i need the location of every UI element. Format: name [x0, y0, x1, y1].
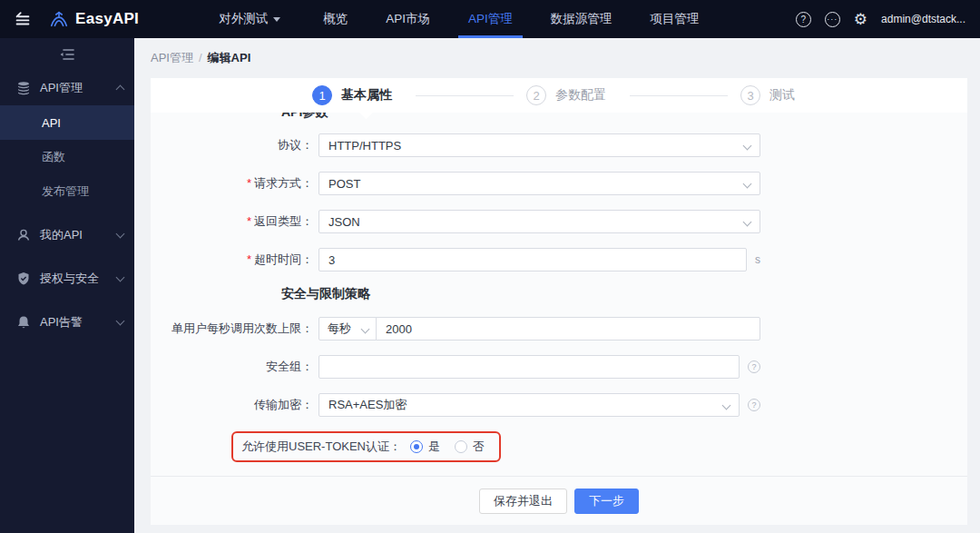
- section-title-api-params: API参数: [281, 113, 967, 121]
- step-parameter-config: 2 参数配置: [526, 85, 617, 105]
- navbar-right: ? ··· ⚙ admin@dtstack...: [796, 0, 980, 38]
- app-logo[interactable]: EasyAPI: [49, 9, 139, 29]
- rate-unit-select[interactable]: 每秒: [318, 317, 377, 341]
- main-content: API管理/编辑API 1 基本属性 2 参数配置 3 测试: [134, 38, 980, 533]
- nav-item-api-management[interactable]: API管理: [449, 0, 532, 38]
- field-label: 请求方式：: [254, 176, 313, 190]
- user-token-radio-group: 是 否: [410, 439, 485, 455]
- shield-icon: [16, 271, 31, 286]
- chevron-down-icon: [116, 230, 125, 239]
- top-navbar: EasyAPI 对外测试 概览 API市场 API管理 数据源管理 项目管理 ?…: [0, 0, 980, 38]
- radio-selected-icon: [410, 440, 423, 453]
- field-label: 安全组：: [266, 360, 313, 373]
- chevron-down-icon: [743, 180, 752, 189]
- sidebar-item-publish[interactable]: 发布管理: [0, 174, 134, 209]
- section-title-security-limits: 安全与限制策略: [281, 286, 967, 302]
- user-account[interactable]: admin@dtstack...: [881, 13, 965, 25]
- chevron-down-icon: [743, 218, 752, 227]
- chevron-up-icon: [116, 85, 125, 94]
- chevron-down-icon: [116, 317, 125, 326]
- workspace-label: 对外测试: [219, 11, 268, 27]
- sidebar: API管理 API 函数 发布管理 我的API 授权与安全 API告警: [0, 38, 134, 533]
- chevron-down-icon: [722, 401, 731, 410]
- nav-item-api-market[interactable]: API市场: [367, 0, 449, 38]
- step-test: 3 测试: [740, 85, 806, 105]
- database-icon: [16, 81, 31, 95]
- field-label: 返回类型：: [254, 214, 313, 228]
- form-row-transport-encryption: 传输加密： RSA+AES加密 ?: [151, 393, 967, 417]
- edit-api-card: 1 基本属性 2 参数配置 3 测试 API参数 协议：: [151, 78, 967, 525]
- nav-item-overview[interactable]: 概览: [304, 0, 367, 38]
- form-body[interactable]: API参数 协议： HTTP/HTTPS *请求方式： POST *: [151, 113, 967, 476]
- next-step-button[interactable]: 下一步: [574, 489, 639, 514]
- sidebar-group-label: 我的API: [40, 227, 108, 243]
- security-group-input[interactable]: [318, 355, 740, 379]
- request-method-select[interactable]: POST: [318, 172, 760, 195]
- app-name: EasyAPI: [75, 10, 139, 28]
- help-circle-icon[interactable]: ?: [748, 360, 760, 373]
- nav-menu: 概览 API市场 API管理 数据源管理 项目管理: [304, 0, 718, 38]
- timeout-unit-suffix: s: [755, 253, 760, 266]
- form-row-timeout: *超时时间： s: [151, 248, 967, 271]
- field-label: 单用户每秒调用次数上限：: [172, 321, 313, 335]
- sidebar-group-api-management[interactable]: API管理: [0, 71, 134, 105]
- sidebar-group-label: API告警: [40, 314, 108, 331]
- radio-unselected-icon: [455, 440, 467, 453]
- breadcrumb-current: 编辑API: [208, 51, 251, 64]
- step-connector: [630, 95, 728, 96]
- navbar-left: EasyAPI: [0, 0, 139, 38]
- help-circle-icon[interactable]: ?: [748, 399, 760, 411]
- user-icon: [16, 228, 31, 242]
- form-row-user-token-auth: 允许使用USER-TOKEN认证： 是 否: [151, 431, 967, 462]
- step-basic-attributes: 1 基本属性: [312, 85, 403, 105]
- form-row-security-group: 安全组： ?: [151, 355, 967, 379]
- sidebar-group-my-api[interactable]: 我的API: [0, 218, 134, 252]
- radio-option-yes[interactable]: 是: [410, 439, 440, 455]
- breadcrumb-parent[interactable]: API管理: [151, 51, 193, 64]
- help-icon[interactable]: ?: [796, 12, 811, 27]
- chevron-down-icon: [361, 325, 370, 334]
- form-row-request-method: *请求方式： POST: [151, 172, 967, 195]
- step-connector: [416, 95, 514, 96]
- nav-item-project[interactable]: 项目管理: [631, 0, 718, 38]
- chevron-down-icon: [116, 273, 125, 282]
- stepper-header: 1 基本属性 2 参数配置 3 测试: [151, 78, 967, 113]
- stepper: 1 基本属性 2 参数配置 3 测试: [312, 85, 806, 105]
- sidebar-group-label: 授权与安全: [40, 271, 108, 287]
- breadcrumb: API管理/编辑API: [151, 50, 250, 66]
- alarm-bell-icon: [16, 315, 31, 330]
- field-label: 超时时间：: [254, 252, 313, 266]
- form-row-return-type: *返回类型： JSON: [151, 210, 967, 233]
- sidebar-item-functions[interactable]: 函数: [0, 140, 134, 174]
- encryption-select[interactable]: RSA+AES加密: [318, 393, 740, 417]
- form-row-rate-limit: 单用户每秒调用次数上限： 每秒: [151, 317, 967, 341]
- radio-option-no[interactable]: 否: [455, 439, 485, 455]
- settings-gear-icon[interactable]: ⚙: [854, 12, 867, 27]
- field-label: 协议：: [278, 138, 313, 152]
- form-row-protocol: 协议： HTTP/HTTPS: [151, 133, 967, 157]
- save-and-exit-button[interactable]: 保存并退出: [479, 489, 567, 514]
- message-icon[interactable]: ···: [825, 12, 840, 27]
- field-label: 传输加密：: [254, 398, 313, 411]
- nav-item-datasource[interactable]: 数据源管理: [532, 0, 632, 38]
- hamburger-menu-icon[interactable]: [13, 9, 33, 29]
- easyapi-logo-icon: [49, 9, 69, 29]
- sidebar-collapse-button[interactable]: [0, 38, 134, 71]
- form-footer: 保存并退出 下一步: [151, 476, 967, 525]
- rate-limit-input[interactable]: [376, 317, 760, 341]
- timeout-input[interactable]: [318, 248, 747, 271]
- protocol-select[interactable]: HTTP/HTTPS: [318, 133, 760, 157]
- sidebar-item-api[interactable]: API: [0, 105, 134, 140]
- workspace-dropdown[interactable]: 对外测试: [219, 0, 280, 38]
- sidebar-group-auth-security[interactable]: 授权与安全: [0, 262, 134, 296]
- chevron-down-icon: [273, 17, 280, 22]
- annotation-highlight-box: 允许使用USER-TOKEN认证： 是 否: [231, 431, 501, 462]
- field-label: 允许使用USER-TOKEN认证：: [241, 439, 401, 455]
- return-type-select[interactable]: JSON: [318, 210, 760, 233]
- sidebar-group-label: API管理: [40, 80, 108, 96]
- chevron-down-icon: [743, 142, 752, 151]
- sidebar-group-api-alert[interactable]: API告警: [0, 305, 134, 340]
